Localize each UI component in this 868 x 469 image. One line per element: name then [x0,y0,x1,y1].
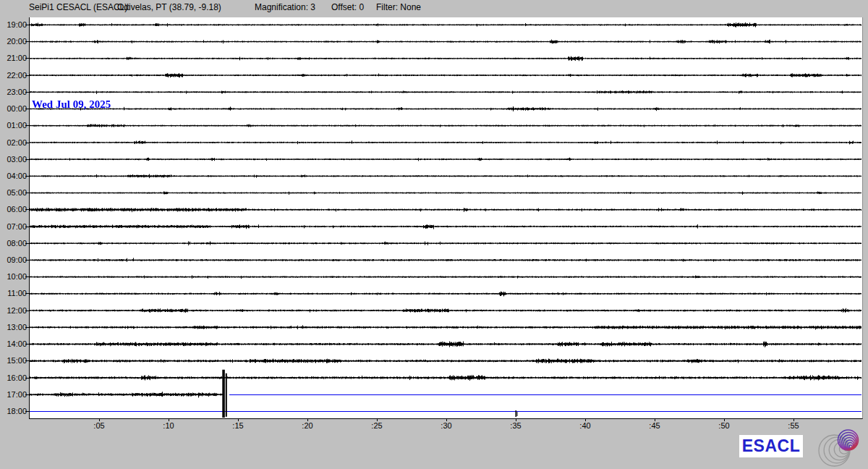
y-axis-tick [25,344,29,345]
hour-label: 15:00 [1,357,27,365]
y-axis-tick [25,293,29,294]
y-axis-tick [25,58,29,59]
hour-label: 17:00 [1,391,27,399]
y-axis-tick [25,360,29,361]
y-axis-tick [25,327,29,328]
minute-label: :25 [366,422,388,430]
hour-label: 22:00 [1,72,27,80]
y-axis-tick [25,109,29,109]
hour-label: 16:00 [1,374,27,382]
esacl-logo-text: ESACL [739,435,803,457]
helicorder-app: SeiPi1 CESACL (ESACL): Odivelas, PT (38.… [0,0,868,469]
y-axis-tick [25,143,29,143]
minute-label: :55 [783,422,804,430]
hour-label: 13:00 [1,324,27,331]
y-axis-tick [25,209,29,210]
hour-label: 14:00 [1,340,27,348]
offset-label: Offset: 0 [331,2,364,12]
hour-label: 08:00 [1,240,27,248]
y-axis-tick [25,41,29,42]
hour-label: 02:00 [1,139,27,147]
station-id: SeiPi1 CESACL (ESACL): [29,2,130,12]
y-axis-tick [25,411,29,412]
hour-label: 23:00 [1,88,27,96]
hour-label: 12:00 [1,307,27,315]
minute-label: :15 [227,422,249,430]
station-location: Odivelas, PT (38.79, -9.18) [117,2,221,12]
date-overlay: Wed Jul 09, 2025 [32,98,111,111]
minute-label: :35 [505,422,527,430]
hour-label: 09:00 [1,256,27,264]
y-axis-tick [25,378,29,379]
y-axis-tick [25,260,29,261]
y-axis-tick [25,75,29,76]
seismogram-trace-canvas [30,17,861,418]
y-axis-tick [25,276,29,277]
hour-label: 10:00 [1,273,27,281]
helicorder-plot-area: Wed Jul 09, 2025 [29,17,863,419]
y-axis-tick [25,394,29,395]
hour-label: 11:00 [1,290,27,297]
filter-label: Filter: None [376,2,421,12]
y-axis-tick [25,243,29,244]
hour-label: 18:00 [1,407,27,415]
minute-label: :20 [297,422,318,430]
hour-label: 05:00 [1,189,27,197]
y-axis-tick [25,159,29,160]
y-axis-tick [25,310,29,311]
minute-label: :10 [158,422,179,430]
hour-label: 01:00 [1,122,27,130]
hour-label: 19:00 [1,21,27,29]
hour-label: 21:00 [1,54,27,62]
hour-label: 06:00 [1,206,27,214]
y-axis-tick [25,176,29,177]
esacl-spiral-logo-icon [814,428,868,468]
minute-label: :40 [574,422,596,430]
hour-label: 07:00 [1,223,27,231]
y-axis-tick [25,25,29,25]
magnification-label: Magnification: 3 [255,2,315,12]
minute-label: :45 [644,422,665,430]
hour-label: 04:00 [1,172,27,180]
y-axis-tick [25,193,29,193]
hour-label: 20:00 [1,38,27,46]
org-name: ESACL [742,436,800,456]
minute-label: :30 [435,422,457,430]
hour-label: 00:00 [1,105,27,113]
y-axis-tick [25,227,29,227]
minute-label: :50 [713,422,735,430]
y-axis-tick [25,92,29,93]
hour-label: 03:00 [1,156,27,164]
minute-label: :05 [88,422,110,430]
y-axis-tick [25,125,29,126]
